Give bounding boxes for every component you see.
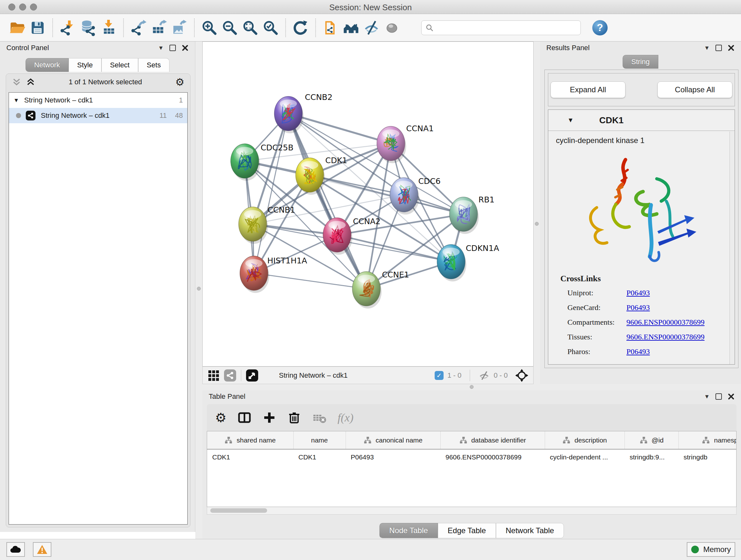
- collapse-all-button[interactable]: Collapse All: [657, 81, 732, 98]
- cell-canonical-name[interactable]: P06493: [346, 449, 441, 464]
- vertical-splitter-left[interactable]: [195, 42, 202, 539]
- network-node-HIST1H1A[interactable]: [240, 256, 269, 293]
- network-node-CDC6[interactable]: [390, 178, 419, 214]
- crosslink-tissues-link[interactable]: 9606.ENSP00000378699: [626, 329, 704, 344]
- save-session-button[interactable]: [29, 18, 46, 37]
- horizontal-splitter[interactable]: [195, 384, 741, 390]
- delete-table-icon[interactable]: [312, 410, 327, 425]
- tab-network[interactable]: Network: [25, 58, 69, 72]
- results-scrollbar[interactable]: [730, 132, 735, 364]
- crosslink-compartments-link[interactable]: 9606.ENSP00000378699: [626, 315, 704, 329]
- cloud-status-button[interactable]: [6, 542, 25, 557]
- clone-network-button[interactable]: [322, 18, 339, 37]
- panel-close-icon[interactable]: [182, 44, 189, 51]
- network-edge[interactable]: [254, 273, 366, 289]
- splitter-grip[interactable]: [197, 287, 201, 291]
- collapse-entry-icon[interactable]: ▼: [567, 117, 574, 124]
- function-builder-fx-button[interactable]: f(x): [338, 411, 354, 424]
- column-header-database-identifier[interactable]: database identifier: [441, 431, 545, 449]
- panel-float-icon[interactable]: [170, 45, 176, 51]
- refresh-button[interactable]: [292, 18, 309, 37]
- create-column-plus-icon[interactable]: [262, 411, 276, 425]
- network-edge[interactable]: [254, 114, 288, 273]
- column-header-shared-name[interactable]: shared name: [207, 431, 293, 449]
- column-header-id[interactable]: @id: [624, 431, 678, 449]
- cell-description[interactable]: cyclin-dependent ...: [545, 449, 624, 464]
- tab-style[interactable]: Style: [69, 58, 102, 72]
- network-options-gear-icon[interactable]: ⚙: [175, 77, 185, 87]
- cell-database-identifier[interactable]: 9606.ENSP00000378699: [441, 449, 545, 464]
- scrollbar-thumb[interactable]: [210, 508, 267, 513]
- network-view-icon[interactable]: [224, 369, 237, 382]
- column-header-namespace[interactable]: namespace: [678, 431, 737, 449]
- export-network-button[interactable]: [130, 18, 147, 37]
- network-node-CCNB2[interactable]: [274, 97, 304, 133]
- network-node-CCNA1[interactable]: [377, 126, 406, 163]
- table-options-gear-icon[interactable]: ⚙: [215, 411, 226, 424]
- crosslink-genecard-link[interactable]: P06493: [626, 300, 650, 315]
- network-node-CDKN1A[interactable]: [437, 245, 467, 282]
- network-node-CCNE1[interactable]: [352, 272, 382, 309]
- network-node-CDK1[interactable]: [295, 158, 325, 195]
- home-string-button[interactable]: [342, 18, 360, 37]
- tab-string[interactable]: String: [623, 55, 658, 69]
- table-row[interactable]: CDK1 CDK1 P06493 9606.ENSP00000378699 cy…: [207, 449, 737, 464]
- crosslink-pharos-link[interactable]: P06493: [626, 344, 650, 359]
- network-node-CCNB1[interactable]: [239, 207, 268, 244]
- fit-selection-crosshair-icon[interactable]: [515, 368, 529, 382]
- network-node-CCNA2[interactable]: [323, 218, 352, 255]
- column-header-description[interactable]: description: [545, 431, 624, 449]
- network-row[interactable]: String Network – cdk1 11 48: [9, 108, 187, 123]
- splitter-grip[interactable]: [470, 385, 474, 389]
- panel-menu-icon[interactable]: ▼: [158, 45, 164, 51]
- show-columns-icon[interactable]: [238, 411, 252, 425]
- zoom-selected-button[interactable]: [262, 18, 279, 37]
- warnings-button[interactable]: [33, 542, 51, 557]
- search-input[interactable]: [437, 21, 577, 34]
- tab-edge-table[interactable]: Edge Table: [438, 523, 496, 538]
- panel-close-icon[interactable]: [728, 393, 735, 400]
- panel-float-icon[interactable]: [716, 45, 722, 51]
- network-graph[interactable]: CCNB2CCNA1CDC25BCDK1CDC6RB1CCNB1CCNA2CDK…: [203, 42, 533, 366]
- network-canvas[interactable]: CCNB2CCNA1CDC25BCDK1CDC6RB1CCNB1CCNA2CDK…: [202, 42, 534, 367]
- expand-all-button[interactable]: Expand All: [550, 81, 625, 98]
- panel-menu-icon[interactable]: ▼: [704, 45, 710, 51]
- zoom-in-button[interactable]: [201, 18, 218, 37]
- network-edge[interactable]: [288, 114, 391, 144]
- export-table-button[interactable]: [150, 18, 167, 37]
- birds-eye-view-icon[interactable]: [246, 369, 259, 382]
- network-collection-row[interactable]: ▼ String Network – cdk1 1: [9, 92, 187, 108]
- cell-namespace[interactable]: stringdb: [678, 449, 737, 464]
- zoom-out-button[interactable]: [221, 18, 239, 37]
- open-session-button[interactable]: [9, 18, 26, 37]
- column-header-canonical-name[interactable]: canonical name: [346, 431, 441, 449]
- show-graphics-button[interactable]: [383, 18, 401, 37]
- zoom-fit-button[interactable]: [242, 18, 259, 37]
- cell-shared-name[interactable]: CDK1: [207, 449, 293, 464]
- panel-menu-icon[interactable]: ▼: [704, 393, 710, 400]
- delete-column-trash-icon[interactable]: [287, 411, 301, 425]
- vertical-splitter-right[interactable]: [534, 42, 540, 384]
- tab-node-table[interactable]: Node Table: [380, 523, 438, 538]
- network-node-RB1[interactable]: [449, 197, 479, 234]
- tab-network-table[interactable]: Network Table: [496, 523, 564, 538]
- grid-view-icon[interactable]: [207, 369, 220, 382]
- import-network-file-button[interactable]: [59, 18, 76, 37]
- expand-all-networks-icon[interactable]: [26, 77, 36, 87]
- tab-sets[interactable]: Sets: [138, 58, 170, 72]
- panel-float-icon[interactable]: [716, 393, 722, 400]
- panel-close-icon[interactable]: [728, 44, 735, 51]
- memory-button[interactable]: Memory: [687, 542, 735, 557]
- collapse-all-networks-icon[interactable]: [12, 77, 21, 87]
- crosslink-uniprot-link[interactable]: P06493: [626, 286, 650, 300]
- selected-checkbox-icon[interactable]: ✓: [434, 371, 444, 380]
- export-image-button[interactable]: [171, 18, 188, 37]
- tree-expand-icon[interactable]: ▼: [13, 97, 19, 104]
- column-header-name[interactable]: name: [293, 431, 346, 449]
- import-network-database-button[interactable]: [79, 18, 97, 37]
- cell-name[interactable]: CDK1: [293, 449, 346, 464]
- hide-unhide-button[interactable]: [363, 18, 380, 37]
- network-edge[interactable]: [337, 235, 451, 262]
- tab-select[interactable]: Select: [102, 58, 138, 72]
- cell-id[interactable]: stringdb:9...: [624, 449, 678, 464]
